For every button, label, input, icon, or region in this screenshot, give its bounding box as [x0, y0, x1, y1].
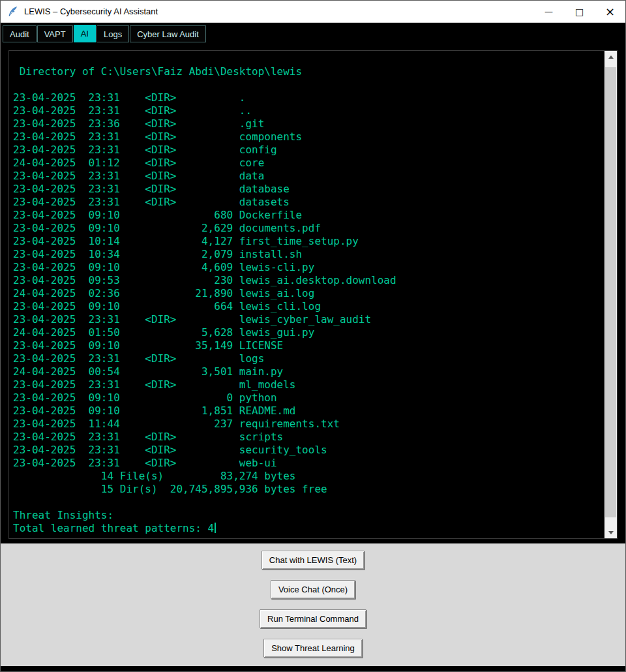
scrollbar-up-arrow-icon[interactable] — [604, 51, 617, 63]
action-button-panel: Chat with LEWIS (Text) Voice Chat (Once)… — [1, 543, 625, 666]
tab-content-ai: Directory of C:\Users\Faiz Abdi\Desktop\… — [1, 42, 625, 543]
window-bottom-strip — [1, 666, 625, 671]
terminal-panel: Directory of C:\Users\Faiz Abdi\Desktop\… — [8, 50, 618, 539]
window-controls: — □ × — [533, 1, 625, 22]
tab-bar: Audit VAPT AI Logs Cyber Law Audit — [1, 23, 625, 42]
chat-with-lewis-text-button[interactable]: Chat with LEWIS (Text) — [261, 551, 365, 570]
run-terminal-command-button[interactable]: Run Terminal Command — [260, 609, 366, 628]
window-title: LEWIS – Cybersecurity AI Assistant — [24, 7, 158, 16]
scrollbar-track[interactable] — [604, 63, 617, 527]
vertical-scrollbar[interactable] — [604, 51, 617, 538]
tab-vapt[interactable]: VAPT — [37, 25, 73, 42]
text-cursor-icon — [215, 523, 216, 533]
tab-cyber-law-audit[interactable]: Cyber Law Audit — [130, 25, 206, 42]
terminal-output[interactable]: Directory of C:\Users\Faiz Abdi\Desktop\… — [9, 51, 604, 538]
voice-chat-once-button[interactable]: Voice Chat (Once) — [271, 580, 355, 599]
tab-ai[interactable]: AI — [74, 25, 96, 42]
minimize-button[interactable]: — — [533, 1, 564, 22]
tab-audit[interactable]: Audit — [3, 25, 37, 42]
title-bar: LEWIS – Cybersecurity AI Assistant — □ × — [1, 1, 625, 23]
tab-logs[interactable]: Logs — [97, 25, 129, 42]
app-window: LEWIS – Cybersecurity AI Assistant — □ ×… — [0, 0, 626, 672]
show-threat-learning-button[interactable]: Show Threat Learning — [263, 639, 363, 658]
maximize-button[interactable]: □ — [564, 1, 595, 22]
scrollbar-thumb[interactable] — [605, 67, 616, 517]
tk-feather-icon — [7, 6, 19, 18]
close-button[interactable]: × — [595, 1, 625, 22]
scrollbar-down-arrow-icon[interactable] — [604, 527, 617, 538]
terminal-text: Directory of C:\Users\Faiz Abdi\Desktop\… — [13, 65, 396, 534]
